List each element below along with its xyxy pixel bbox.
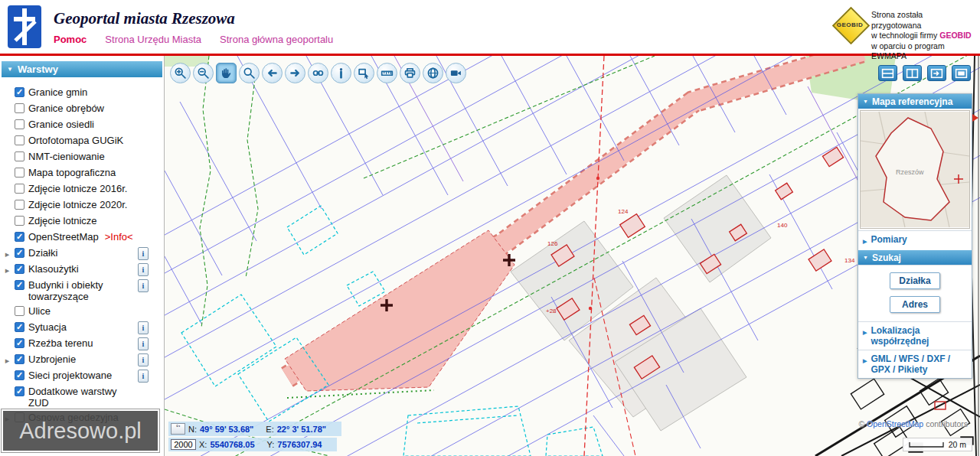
- layer-label: Uzbrojenie: [28, 353, 76, 365]
- reference-minimap[interactable]: Rzeszów: [860, 110, 970, 229]
- link-button[interactable]: [308, 63, 328, 83]
- layer-checkbox[interactable]: [15, 103, 24, 113]
- layers-panel-header[interactable]: Warstwy: [2, 61, 162, 77]
- previous-view-button[interactable]: [262, 63, 283, 83]
- city-office-link[interactable]: Strona Urzędu Miasta: [105, 34, 201, 45]
- layer-label: Zdjęcie lotnicze: [28, 215, 97, 226]
- layer-checkbox[interactable]: [15, 135, 24, 145]
- view-layout-icons: [878, 65, 971, 81]
- next-view-button[interactable]: [285, 63, 305, 83]
- formats-section[interactable]: GML / WFS / DXF / GPX / Pikiety: [858, 350, 972, 378]
- layer-checkbox[interactable]: [15, 386, 24, 396]
- print-button[interactable]: [400, 63, 420, 83]
- layer-checkbox[interactable]: [15, 354, 24, 364]
- header-links: Pomoc Strona Urzędu Miasta Strona główna…: [54, 34, 333, 45]
- layer-row-zud: Dodatkowe warstwy ZUD: [4, 384, 164, 410]
- geobid-brand-link[interactable]: GEOBID: [939, 31, 971, 40]
- split-columns-button[interactable]: [903, 65, 922, 81]
- search-parcel-button[interactable]: Działka: [890, 272, 940, 289]
- y-value: 7576307.94: [277, 440, 322, 449]
- layer-info-icon[interactable]: [138, 370, 149, 383]
- projected-coords-row: 2000 X: 5540768.05 Y: 7576307.94: [168, 438, 337, 451]
- scale-input[interactable]: 2000: [171, 439, 196, 450]
- credits-line3: w oparciu o program EWMAPA: [871, 41, 974, 62]
- pan-button[interactable]: [216, 63, 237, 83]
- move-view-icon: [930, 68, 943, 79]
- layer-info-icon[interactable]: [138, 263, 149, 276]
- layer-row-granice-osiedli: Granice osiedli: [4, 117, 164, 133]
- layer-checkbox[interactable]: [15, 119, 24, 129]
- layer-info-icon[interactable]: [138, 247, 149, 260]
- layer-checkbox[interactable]: [15, 168, 24, 178]
- map-toolbar: [170, 63, 466, 83]
- layer-label: Zdjęcie lotnicze 2016r.: [28, 183, 127, 194]
- layer-checkbox[interactable]: [15, 370, 24, 380]
- layer-label: Granice obrębów: [28, 103, 104, 114]
- split-rows-button[interactable]: [878, 65, 897, 81]
- layer-info-icon[interactable]: [138, 321, 149, 334]
- city-crest-logo: [8, 5, 41, 48]
- layer-label: Ortofotomapa GUGiK: [28, 135, 123, 146]
- layer-label: Granice gmin: [28, 86, 87, 98]
- layer-checkbox[interactable]: [15, 280, 24, 290]
- panel-collapse-arrow[interactable]: [972, 114, 978, 122]
- layer-checkbox[interactable]: [15, 322, 24, 332]
- move-view-button[interactable]: [927, 65, 946, 81]
- layer-checkbox[interactable]: [15, 151, 24, 161]
- page-header: Geoportal miasta Rzeszowa Pomoc Strona U…: [0, 0, 980, 56]
- zoom-out-button[interactable]: [193, 63, 214, 83]
- geobid-logo-text: GEOBID: [831, 21, 868, 28]
- east-label: E:: [266, 425, 273, 434]
- layer-checkbox[interactable]: [15, 184, 24, 194]
- help-link[interactable]: Pomoc: [54, 34, 87, 45]
- layer-checkbox[interactable]: [15, 216, 24, 226]
- coordinate-location-section[interactable]: Lokalizacja współrzędnej: [858, 321, 972, 350]
- search-section-header[interactable]: Szukaj: [858, 250, 972, 265]
- geographic-coords-row: °' N: 49° 59' 53.68" E: 22° 3' 51.78": [168, 422, 341, 436]
- zoom-window-button[interactable]: [239, 63, 260, 83]
- measure-button[interactable]: [377, 63, 397, 83]
- layer-checkbox[interactable]: [15, 306, 24, 316]
- parcel-label: 134: [844, 257, 855, 264]
- expand-arrow-icon[interactable]: [4, 355, 11, 366]
- x-value: 5540768.05: [210, 440, 254, 449]
- full-extent-button[interactable]: [423, 63, 443, 83]
- layer-checkbox[interactable]: [15, 87, 24, 97]
- credits-text: Strona została przygotowana w technologi…: [871, 10, 974, 62]
- info-button[interactable]: [331, 63, 351, 83]
- layer-info-icon[interactable]: [138, 353, 149, 366]
- search-address-button[interactable]: Adres: [890, 296, 940, 313]
- identify-button[interactable]: [354, 63, 374, 83]
- parcel-label: +28: [546, 308, 557, 314]
- single-view-button[interactable]: [952, 65, 971, 81]
- y-label: Y:: [267, 440, 275, 449]
- layer-checkbox[interactable]: [15, 232, 24, 242]
- layer-label: Budynki i obiekty towarzyszące: [28, 279, 134, 302]
- expand-arrow-icon[interactable]: [4, 249, 11, 260]
- layer-checkbox[interactable]: [15, 264, 24, 274]
- expand-arrow-icon[interactable]: [4, 265, 11, 276]
- layer-row-zdjecie-2020: Zdjęcie lotnicze 2020r.: [4, 197, 164, 213]
- layer-row-ortofotomapa: Ortofotomapa GUGiK: [4, 133, 164, 149]
- snapshot-button[interactable]: [446, 63, 466, 83]
- single-view-icon: [955, 68, 968, 79]
- layer-row-mapa-topograficzna: Mapa topograficzna: [4, 165, 164, 181]
- reference-map-header[interactable]: Mapa referencyjna: [858, 94, 972, 109]
- printer-icon: [403, 67, 416, 80]
- osm-info-link[interactable]: >Info<: [105, 231, 133, 243]
- compass-icon[interactable]: °': [171, 423, 185, 435]
- geoportal-app: Geoportal miasta Rzeszowa Pomoc Strona U…: [0, 0, 980, 456]
- layer-info-icon[interactable]: [138, 279, 149, 292]
- layer-checkbox[interactable]: [15, 200, 24, 210]
- layer-checkbox[interactable]: [15, 248, 24, 258]
- osm-link[interactable]: OpenStreetMap: [867, 419, 923, 428]
- layer-checkbox[interactable]: [15, 338, 24, 348]
- credits-line1: Strona została przygotowana: [871, 10, 974, 31]
- layer-row-zdjecie-2016: Zdjęcie lotnicze 2016r.: [4, 181, 164, 197]
- layer-info-icon[interactable]: [138, 337, 149, 350]
- zoom-in-button[interactable]: [170, 63, 191, 83]
- geoportal-home-link[interactable]: Strona główna geoportalu: [220, 34, 333, 45]
- link-icon: [312, 67, 325, 80]
- map-viewport: 124 126 +28 140 134: [165, 56, 980, 456]
- measurements-section[interactable]: Pomiary: [858, 230, 972, 250]
